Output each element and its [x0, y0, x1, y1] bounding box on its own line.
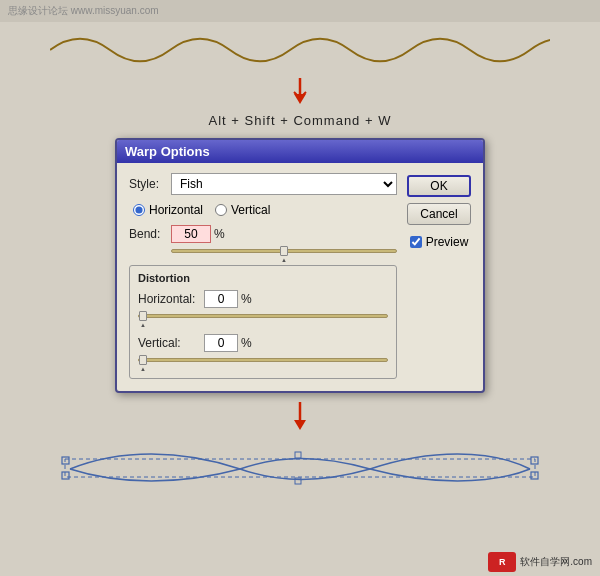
arrow-icon-2: [290, 402, 310, 432]
wavy-line-top: [50, 30, 550, 70]
horizontal-radio-option[interactable]: Horizontal: [133, 203, 203, 217]
horizontal-dist-slider-thumb[interactable]: [139, 311, 147, 321]
style-select[interactable]: Fish Arc Arc Lower Arc Upper Arch Bulge …: [171, 173, 397, 195]
dialog-side: OK Cancel Preview: [407, 173, 471, 379]
vertical-dist-percent: %: [241, 336, 252, 350]
bend-row: Bend: %: [129, 225, 397, 243]
distortion-group: Distortion Horizontal: %: [129, 265, 397, 379]
vertical-dist-slider-thumb[interactable]: [139, 355, 147, 365]
dialog-main: Style: Fish Arc Arc Lower Arc Upper Arch…: [129, 173, 397, 379]
warp-options-dialog: Warp Options Style: Fish Arc Arc Lower A…: [115, 138, 485, 393]
dialog-body: Style: Fish Arc Arc Lower Arc Upper Arch…: [117, 163, 483, 391]
arrow-icon-1: [290, 78, 310, 106]
vertical-dist-input[interactable]: [204, 334, 238, 352]
ok-button[interactable]: OK: [407, 175, 471, 197]
horizontal-radio[interactable]: [133, 204, 145, 216]
distortion-legend: Distortion: [138, 272, 388, 284]
horizontal-dist-input[interactable]: [204, 290, 238, 308]
svg-rect-5: [65, 459, 535, 477]
dialog-titlebar: Warp Options: [117, 140, 483, 163]
wavy-top-area: [0, 22, 600, 77]
result-wave-svg: [60, 447, 540, 487]
svg-rect-10: [295, 452, 301, 458]
radio-row: Horizontal Vertical: [129, 203, 397, 217]
bend-input[interactable]: [171, 225, 211, 243]
dialog-wrapper: Warp Options Style: Fish Arc Arc Lower A…: [0, 138, 600, 393]
style-row: Style: Fish Arc Arc Lower Arc Upper Arch…: [129, 173, 397, 195]
horizontal-radio-label: Horizontal: [149, 203, 203, 217]
horizontal-dist-slider-container: [138, 312, 388, 326]
bend-label: Bend:: [129, 227, 171, 241]
horizontal-dist-percent: %: [241, 292, 252, 306]
watermark-bar: 思缘设计论坛 www.missyuan.com: [0, 0, 600, 22]
shortcut-text: Alt + Shift + Command + W: [0, 107, 600, 138]
horizontal-dist-label: Horizontal:: [138, 292, 204, 306]
watermark-icon: R: [488, 552, 516, 572]
svg-marker-4: [294, 420, 306, 430]
vertical-dist-slider-container: [138, 356, 388, 370]
watermark-bottom-text: 软件自学网.com: [520, 555, 592, 569]
horizontal-dist-slider-track[interactable]: [138, 314, 388, 318]
vertical-radio-option[interactable]: Vertical: [215, 203, 270, 217]
arrow-down-1: [0, 77, 600, 107]
preview-label: Preview: [426, 235, 469, 249]
arrow-down-2: [0, 399, 600, 435]
preview-row: Preview: [410, 235, 469, 249]
horizontal-dist-row: Horizontal: %: [138, 290, 388, 308]
vertical-dist-row: Vertical: %: [138, 334, 388, 352]
cancel-button[interactable]: Cancel: [407, 203, 471, 225]
style-label: Style:: [129, 177, 171, 191]
preview-checkbox[interactable]: [410, 236, 422, 248]
vertical-dist-label: Vertical:: [138, 336, 204, 350]
vertical-radio[interactable]: [215, 204, 227, 216]
dialog-title: Warp Options: [125, 144, 210, 159]
bend-slider-thumb[interactable]: [280, 246, 288, 256]
watermark-top-text: 思缘设计论坛 www.missyuan.com: [8, 4, 159, 18]
vertical-dist-slider-track[interactable]: [138, 358, 388, 362]
bend-percent: %: [214, 227, 225, 241]
result-area: [0, 439, 600, 494]
bend-slider-track[interactable]: [171, 249, 397, 253]
vertical-radio-label: Vertical: [231, 203, 270, 217]
svg-marker-2: [294, 94, 306, 104]
bend-slider-container: [129, 247, 397, 261]
bottom-watermark: R 软件自学网.com: [488, 552, 592, 572]
